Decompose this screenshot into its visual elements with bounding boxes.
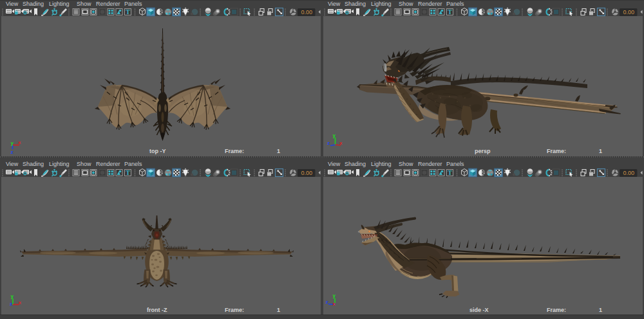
svg-text:x: x bbox=[339, 140, 343, 146]
svg-text:y: y bbox=[333, 132, 336, 138]
svg-text:z: z bbox=[327, 140, 330, 146]
svg-text:y: y bbox=[11, 140, 14, 146]
svg-text:x: x bbox=[19, 300, 22, 305]
svg-text:x: x bbox=[332, 301, 336, 307]
svg-text:x: x bbox=[18, 140, 21, 145]
svg-text:z: z bbox=[11, 149, 14, 155]
svg-text:y: y bbox=[333, 293, 336, 298]
svg-text:y: y bbox=[11, 293, 14, 299]
svg-text:z: z bbox=[326, 299, 328, 305]
svg-text:z: z bbox=[10, 301, 12, 307]
